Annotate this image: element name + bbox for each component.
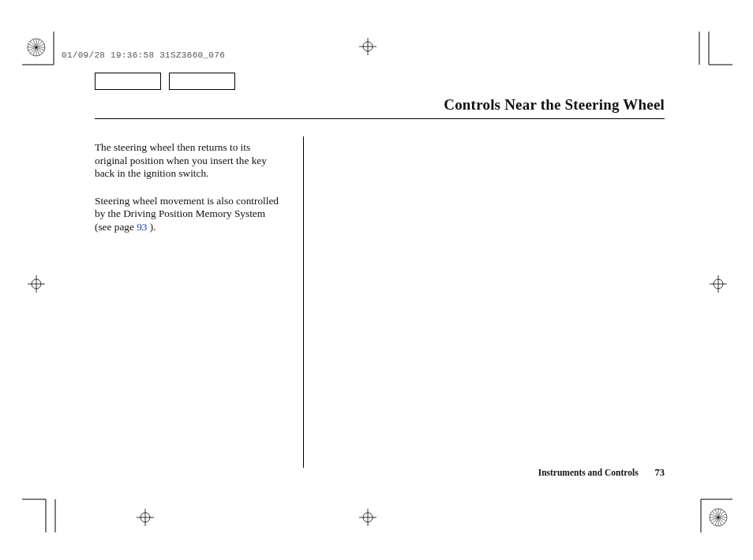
registration-mark-bottom <box>359 509 376 526</box>
reference-box-1 <box>95 73 161 90</box>
crop-mark-top-right <box>685 32 732 71</box>
paragraph-2: Steering wheel movement is also controll… <box>95 195 284 234</box>
document-header-code: 01/09/28 19:36:58 31SZ3660_076 <box>62 50 225 60</box>
reference-box-2 <box>169 73 235 90</box>
column-divider <box>303 136 304 468</box>
page-content: Controls Near the Steering Wheel The ste… <box>95 96 665 465</box>
page-reference-link[interactable]: 93 <box>137 221 147 233</box>
text-columns: The steering wheel then returns to its o… <box>95 141 665 465</box>
top-reference-boxes <box>95 73 235 90</box>
body-text-column: The steering wheel then returns to its o… <box>95 141 284 234</box>
registration-mark-top <box>359 38 376 55</box>
paragraph-2-tail: ). <box>147 221 155 233</box>
crop-mark-bottom-left <box>22 491 69 532</box>
footer-page-number: 73 <box>655 467 665 478</box>
footer-section-name: Instruments and Controls <box>538 468 639 477</box>
page-footer: Instruments and Controls 73 <box>538 467 665 479</box>
registration-mark-left <box>28 275 45 293</box>
registration-mark-bottom-left <box>137 509 154 526</box>
registration-mark-right <box>710 275 727 293</box>
crop-mark-bottom-right <box>685 491 734 532</box>
paragraph-1: The steering wheel then returns to its o… <box>95 141 284 181</box>
paragraph-2-lead: Steering wheel movement is also controll… <box>95 195 279 233</box>
page-title: Controls Near the Steering Wheel <box>95 96 665 119</box>
